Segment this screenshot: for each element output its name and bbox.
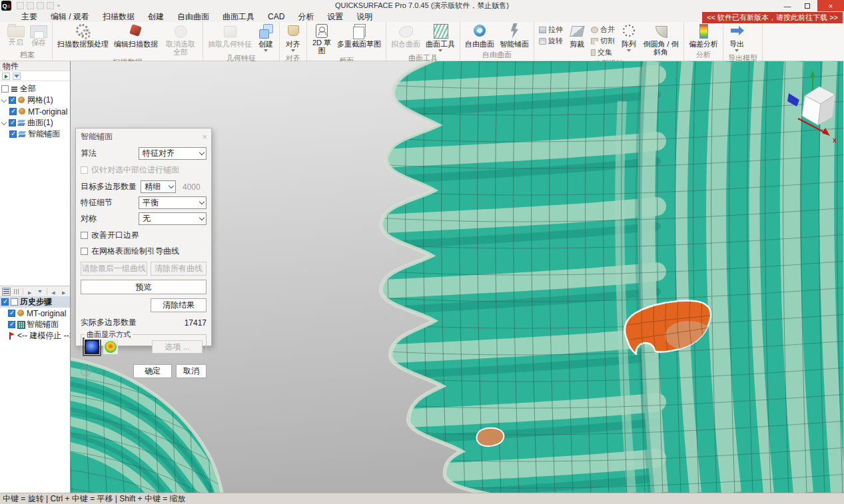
save-button[interactable]: 保存 [30, 23, 47, 47]
clear-last-curves-button[interactable]: 请除最后一组曲线 [81, 262, 147, 276]
filter-icon[interactable] [13, 73, 21, 80]
ribbon-group-label-file: 档案 [7, 49, 47, 61]
extract-geometry-button[interactable]: 抽取几何特征 [208, 23, 252, 48]
dialog-close-icon[interactable]: × [202, 134, 207, 140]
align-icon [284, 23, 302, 39]
quick-open-icon[interactable] [17, 2, 24, 9]
algorithm-select[interactable]: 特征对齐 [139, 147, 207, 160]
target-poly-label: 目标多边形数量 [81, 181, 137, 192]
target-poly-select[interactable]: 精细 [141, 180, 176, 193]
maximize-button[interactable] [797, 0, 817, 11]
display-mode-zebra-button[interactable] [103, 340, 118, 354]
selection-patch-small[interactable] [477, 428, 504, 446]
open-button[interactable]: 开启 [7, 23, 25, 46]
deviation-analysis-button[interactable]: 偏差分析 [689, 23, 718, 48]
gear-mesh[interactable] [364, 61, 843, 493]
intersect-button[interactable]: 交集 [591, 47, 615, 57]
improve-boundary-checkbox[interactable] [81, 232, 88, 239]
quick-save-icon[interactable] [27, 2, 34, 9]
history-item-model-stop[interactable]: <-- 建模停止 --> [0, 330, 70, 342]
history-list-view-icon[interactable] [2, 288, 11, 296]
options-button[interactable]: 选项 ... [152, 340, 203, 354]
history-checkbox[interactable] [1, 298, 9, 306]
display-mode-shaded-button[interactable] [85, 340, 99, 354]
redo-icon[interactable] [47, 2, 54, 9]
edit-scan-data-button[interactable]: 编辑扫描数据 [114, 23, 158, 48]
history-skip-start-icon[interactable] [49, 288, 58, 296]
all-checkbox[interactable] [1, 85, 9, 93]
tree-item-mt-original[interactable]: MT-original [1, 106, 70, 117]
menu-scan-data[interactable]: 扫描数据 [96, 11, 141, 23]
ok-button[interactable]: 确定 [133, 364, 172, 378]
sketch-2d-button[interactable]: 2D 草图 [312, 23, 332, 55]
export-label: 导出 [729, 40, 744, 48]
close-button[interactable]: × [817, 0, 844, 11]
menu-help[interactable]: 说明 [350, 11, 379, 23]
symmetry-select[interactable]: 无 [139, 212, 207, 225]
menu-main[interactable]: 主要 [15, 11, 44, 23]
selected-only-checkbox[interactable] [81, 166, 88, 174]
feature-detail-select[interactable]: 平衡 [139, 196, 207, 209]
menu-settings[interactable]: 设置 [320, 11, 350, 23]
mesh-expander-icon[interactable] [1, 98, 7, 103]
surface-expander-icon[interactable] [1, 121, 7, 126]
history-filter-icon[interactable] [36, 288, 45, 296]
menu-analysis[interactable]: 分析 [291, 11, 320, 23]
surface-checkbox[interactable] [9, 119, 16, 126]
tree-item-surface[interactable]: 曲面(1) [1, 117, 70, 128]
cancel-button[interactable]: 取消 [176, 364, 207, 378]
cut-button[interactable]: 切割 [591, 36, 615, 46]
history-header-row[interactable]: 历史步骤 [0, 296, 70, 308]
mt-original-checkbox[interactable] [9, 108, 17, 115]
tree-item-all[interactable]: 全部 [1, 83, 70, 95]
extrude-button[interactable]: 拉伸 [539, 25, 563, 35]
ribbon-group-section: 2D 草图 多重截面草图 截面 [307, 22, 386, 61]
fit-surface-button[interactable]: 拟合曲面 [391, 23, 420, 48]
mesh-checkbox[interactable] [9, 97, 16, 104]
undo-icon[interactable] [37, 2, 44, 9]
pattern-button[interactable]: 阵列 [620, 23, 637, 52]
smart-surface-checkbox[interactable] [9, 130, 17, 138]
tree-item-smart-surface[interactable]: 智能铺面 [1, 128, 70, 140]
menu-cad[interactable]: CAD [261, 12, 291, 21]
create-geometry-button[interactable]: 创建 [257, 23, 274, 52]
minimize-button[interactable]: — [777, 0, 797, 11]
menu-freeform[interactable]: 自由曲面 [171, 11, 216, 23]
history-skip-end-icon[interactable] [59, 288, 68, 296]
preview-button[interactable]: 预览 [81, 280, 207, 294]
menu-create[interactable]: 创建 [141, 11, 171, 23]
history-mt-checkbox[interactable] [8, 310, 15, 317]
fillet-chamfer-button[interactable]: 倒圆角 / 倒斜角 [643, 23, 679, 56]
intersect-icon [591, 49, 596, 56]
quick-access-dropdown-icon[interactable] [57, 5, 61, 7]
history-play-icon[interactable] [25, 288, 34, 296]
history-tree-view-icon[interactable] [13, 288, 21, 296]
history-smart-checkbox[interactable] [8, 321, 15, 328]
menu-surface-tools[interactable]: 曲面工具 [216, 11, 261, 23]
menu-edit-view[interactable]: 编辑 / 观看 [44, 11, 96, 23]
scan-preprocess-button[interactable]: 扫描数据预处理 [57, 23, 109, 48]
smart-surfacing-button[interactable]: 智能铺面 [500, 23, 529, 48]
merge-icon [591, 27, 598, 33]
merge-button[interactable]: 合并 [591, 25, 615, 35]
draw-guides-checkbox[interactable] [81, 248, 88, 255]
show-all-filter-icon[interactable] [2, 73, 10, 80]
clear-result-button[interactable]: 清除结果 [151, 298, 207, 312]
list-icon [11, 85, 18, 93]
surface-tools-button[interactable]: 曲面工具 [426, 23, 455, 52]
deselect-all-button[interactable]: 取消选取 全部 [163, 23, 198, 56]
freeform-surface-button[interactable]: 自由曲面 [465, 23, 494, 48]
multi-section-sketch-button[interactable]: 多重截面草图 [337, 23, 381, 48]
export-button[interactable]: 导出 [728, 23, 745, 52]
history-item-mt-original[interactable]: MT-original [0, 308, 70, 319]
tree-item-mesh[interactable]: 网格(1) [1, 95, 70, 106]
clear-all-curves-button[interactable]: 清除所有曲线 [151, 262, 207, 276]
align-button[interactable]: 对齐 [284, 23, 302, 52]
objects-tree: 全部 网格(1) MT-original 曲面(1) [0, 81, 70, 286]
merge-label: 合并 [600, 25, 615, 35]
trim-button[interactable]: 剪裁 [568, 23, 586, 48]
revolve-button[interactable]: 旋转 [539, 36, 563, 46]
update-banner[interactable]: << 软件已有新版本，请按此前往下载 >> [702, 12, 843, 23]
help-icon[interactable]: ? [81, 366, 91, 376]
history-item-smart-surface[interactable]: 智能铺面 [0, 319, 70, 330]
